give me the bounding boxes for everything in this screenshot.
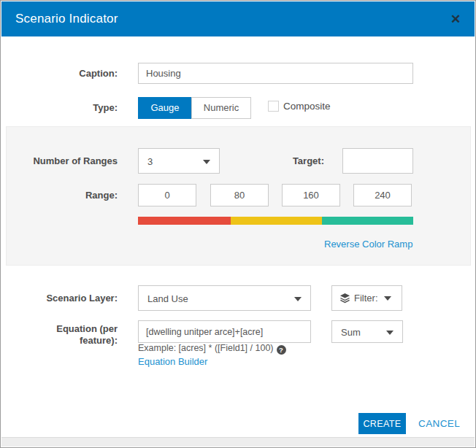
range-label: Range: (1, 190, 118, 201)
footer-strip (1, 437, 475, 447)
dialog-header: Scenario Indicator ✕ (1, 1, 475, 36)
dialog-title: Scenario Indicator (15, 12, 118, 26)
chevron-down-icon (294, 297, 302, 301)
aggregation-value: Sum (341, 326, 361, 337)
scenario-indicator-dialog: Scenario Indicator ✕ Caption: Type: Gaug… (0, 0, 476, 448)
type-gauge-button[interactable]: Gauge (138, 97, 192, 119)
number-of-ranges-dropdown[interactable]: 3 (138, 148, 220, 174)
aggregation-dropdown[interactable]: Sum (331, 320, 403, 343)
equation-input[interactable] (138, 320, 311, 343)
equation-label: Equation (per feature): (1, 323, 118, 347)
ramp-segment-teal (322, 217, 413, 225)
caption-label: Caption: (1, 68, 118, 80)
ramp-segment-yellow (231, 217, 322, 225)
chevron-down-icon (384, 296, 391, 301)
target-label: Target: (278, 155, 324, 167)
filter-label: Filter: (354, 293, 378, 304)
scenario-layer-dropdown[interactable]: Land Use (138, 285, 311, 311)
target-input[interactable] (342, 148, 413, 174)
create-button[interactable]: CREATE (358, 413, 406, 434)
type-numeric-button[interactable]: Numeric (191, 97, 251, 119)
type-label: Type: (1, 102, 118, 114)
range-input-2[interactable] (282, 184, 340, 206)
layers-icon (339, 293, 350, 304)
close-icon[interactable]: ✕ (448, 12, 464, 27)
caption-input[interactable] (138, 63, 413, 84)
scenario-layer-label: Scenario Layer: (1, 293, 118, 304)
chevron-down-icon (203, 160, 210, 164)
number-of-ranges-label: Number of Ranges (1, 155, 118, 167)
scenario-layer-value: Land Use (147, 293, 188, 304)
range-input-0[interactable] (138, 184, 196, 206)
chevron-down-icon (386, 331, 394, 335)
equation-label-line1: Equation (per (1, 323, 118, 335)
range-input-1[interactable] (210, 184, 269, 206)
help-icon[interactable]: ? (277, 345, 286, 355)
ramp-segment-red (138, 217, 231, 225)
reverse-color-ramp-link[interactable]: Reverse Color Ramp (324, 239, 412, 250)
equation-example-text: Example: [acres] * ([Field1] / 100) (138, 343, 274, 353)
cancel-button[interactable]: CANCEL (418, 418, 460, 429)
composite-checkbox[interactable] (268, 101, 279, 112)
range-input-3[interactable] (353, 184, 412, 206)
equation-label-line2: feature): (1, 335, 118, 347)
filter-button[interactable]: Filter: (331, 285, 402, 311)
number-of-ranges-value: 3 (147, 155, 153, 166)
equation-builder-link[interactable]: Equation Builder (138, 356, 207, 367)
composite-label: Composite (283, 101, 331, 112)
equation-example: Example: [acres] * ([Field1] / 100)? (138, 343, 286, 355)
